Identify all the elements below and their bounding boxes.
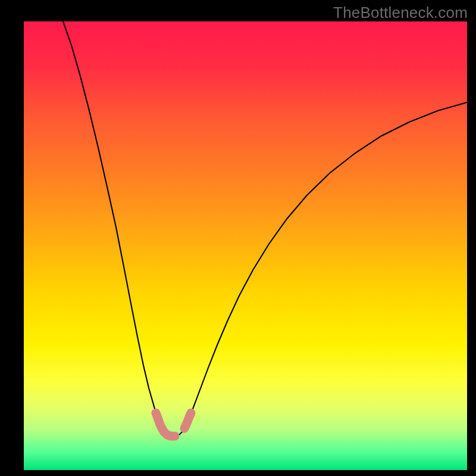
- watermark-label: TheBottleneck.com: [333, 4, 468, 22]
- chart-frame: TheBottleneck.com: [0, 0, 476, 476]
- plot-area: [24, 21, 467, 470]
- chart-svg: [0, 0, 476, 476]
- highlight-right: [184, 413, 191, 428]
